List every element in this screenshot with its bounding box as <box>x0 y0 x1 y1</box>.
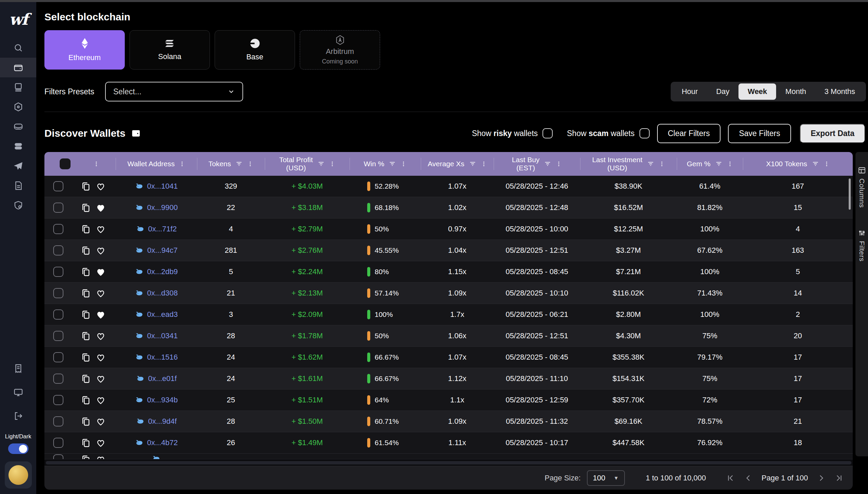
favorite-heart-icon[interactable] <box>96 374 106 384</box>
favorite-heart-icon[interactable] <box>96 203 106 213</box>
kebab-icon[interactable] <box>659 160 665 168</box>
show-risky-toggle[interactable]: Show risky wallets <box>472 128 553 138</box>
filter-icon[interactable] <box>389 160 396 168</box>
kebab-icon[interactable] <box>556 160 562 168</box>
sidebar-item-stack[interactable] <box>0 136 36 156</box>
copy-icon[interactable] <box>81 395 91 405</box>
filters-presets-select[interactable]: Select... <box>105 82 243 101</box>
row-checkbox[interactable] <box>53 331 63 341</box>
timeframe-tab[interactable]: Week <box>738 83 776 100</box>
row-checkbox[interactable] <box>53 416 63 426</box>
select-all-checkbox[interactable] <box>60 158 71 169</box>
favorite-heart-icon[interactable] <box>96 245 106 255</box>
sidebar-item-shield[interactable] <box>0 195 36 215</box>
header-tokens[interactable]: Tokens <box>197 152 265 176</box>
export-data-button[interactable]: Export Data <box>800 124 865 143</box>
columns-panel-tab[interactable]: Columns <box>858 166 866 208</box>
favorite-heart-icon[interactable] <box>96 438 106 448</box>
filter-icon[interactable] <box>469 160 476 168</box>
kebab-icon[interactable] <box>824 160 830 168</box>
wallet-address-link[interactable]: 0x...0341 <box>116 331 197 340</box>
favorite-heart-icon[interactable] <box>96 331 106 341</box>
sidebar-item-package[interactable] <box>0 97 36 117</box>
copy-icon[interactable] <box>81 288 91 298</box>
page-size-select[interactable]: 100 ▼ <box>587 470 625 486</box>
sidebar-item-monitor[interactable] <box>13 380 23 404</box>
wallet-address-link[interactable]: 0x...1041 <box>116 182 197 191</box>
favorite-heart-icon[interactable] <box>96 454 106 459</box>
first-page-icon[interactable] <box>726 474 735 482</box>
wallet-address-link[interactable]: 0x...e01f <box>116 374 197 383</box>
wallet-address-link[interactable]: 0x...2db9 <box>116 267 197 276</box>
row-checkbox[interactable] <box>53 288 63 298</box>
filter-icon[interactable] <box>317 160 325 168</box>
blockchain-card-ethereum[interactable]: Ethereum <box>44 30 125 70</box>
row-checkbox[interactable] <box>53 454 63 459</box>
favorite-heart-icon[interactable] <box>96 224 106 234</box>
blockchain-card-solana[interactable]: Solana <box>130 30 210 70</box>
header-total-profit[interactable]: Total Profit(USD) <box>265 152 350 176</box>
wallet-address-link[interactable]: 0x...9900 <box>116 203 197 212</box>
timeframe-tab[interactable]: Month <box>776 83 815 100</box>
copy-icon[interactable] <box>81 181 91 191</box>
copy-icon[interactable] <box>81 352 91 362</box>
header-x100-tokens[interactable]: X100 Tokens <box>743 152 853 176</box>
header-last-buy[interactable]: Last Buy(EST) <box>494 152 580 176</box>
favorite-heart-icon[interactable] <box>96 267 106 277</box>
wallet-address-link[interactable]: 0x...9d4f <box>116 417 197 426</box>
favorite-heart-icon[interactable] <box>96 395 106 405</box>
header-gem-pct[interactable]: Gem % <box>677 152 743 176</box>
vertical-scrollbar-thumb[interactable] <box>849 178 851 210</box>
last-page-icon[interactable] <box>834 474 843 482</box>
show-scam-toggle[interactable]: Show scam wallets <box>567 128 649 138</box>
wallet-address-link[interactable]: 0x...d308 <box>116 289 197 298</box>
row-checkbox[interactable] <box>53 245 63 255</box>
timeframe-tab[interactable]: 3 Months <box>815 83 865 100</box>
prev-page-icon[interactable] <box>744 474 753 482</box>
favorite-heart-icon[interactable] <box>96 416 106 426</box>
scrollbar-thumb[interactable] <box>46 461 851 464</box>
scam-checkbox[interactable] <box>639 128 650 138</box>
kebab-icon[interactable] <box>329 160 335 168</box>
filters-panel-tab[interactable]: Filters <box>858 229 866 262</box>
filter-icon[interactable] <box>812 160 819 168</box>
wallet-address-link[interactable]: 0x...1516 <box>116 353 197 362</box>
header-wallet-address[interactable]: Wallet Address <box>116 152 197 176</box>
kebab-icon[interactable] <box>400 160 407 168</box>
copy-icon[interactable] <box>81 245 91 255</box>
wallet-address-link[interactable]: 0x...71f2 <box>116 225 197 233</box>
kebab-icon[interactable] <box>93 160 99 168</box>
row-checkbox[interactable] <box>53 352 63 362</box>
sidebar-item-receipt[interactable] <box>13 357 23 380</box>
favorite-heart-icon[interactable] <box>96 309 106 320</box>
theme-toggle[interactable] <box>8 443 28 454</box>
row-checkbox[interactable] <box>53 224 63 234</box>
copy-icon[interactable] <box>81 416 91 426</box>
filter-icon[interactable] <box>715 160 723 168</box>
kebab-icon[interactable] <box>179 160 185 168</box>
sidebar-item-telegram[interactable] <box>0 156 36 176</box>
header-last-investment[interactable]: Last Investment(USD) <box>580 152 677 176</box>
favorite-heart-icon[interactable] <box>96 181 106 191</box>
timeframe-tab[interactable]: Day <box>707 83 738 100</box>
row-checkbox[interactable] <box>53 374 63 384</box>
row-checkbox[interactable] <box>53 309 63 320</box>
blockchain-card-base[interactable]: Base <box>215 30 295 70</box>
copy-icon[interactable] <box>81 224 91 234</box>
sidebar-item-card-wallet[interactable] <box>0 117 36 136</box>
row-checkbox[interactable] <box>53 438 63 448</box>
kebab-icon[interactable] <box>481 160 487 168</box>
copy-icon[interactable] <box>81 267 91 277</box>
row-checkbox[interactable] <box>53 395 63 405</box>
kebab-icon[interactable] <box>247 160 253 168</box>
row-checkbox[interactable] <box>53 267 63 277</box>
risky-checkbox[interactable] <box>542 128 553 138</box>
wallet-address-link[interactable]: 0x...4b72 <box>116 438 197 447</box>
sidebar-item-ledger[interactable] <box>0 77 36 97</box>
filter-icon[interactable] <box>647 160 654 168</box>
header-win-pct[interactable]: Win % <box>350 152 421 176</box>
favorite-heart-icon[interactable] <box>96 288 106 298</box>
copy-icon[interactable] <box>81 309 91 320</box>
sidebar-item-wallets[interactable] <box>0 58 36 77</box>
kebab-icon[interactable] <box>727 160 733 168</box>
